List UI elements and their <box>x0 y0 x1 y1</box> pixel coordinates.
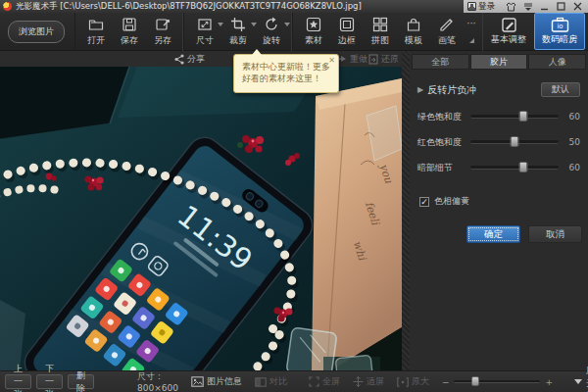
tab-film[interactable]: 胶片 <box>470 54 528 70</box>
save-floppy-icon <box>122 17 137 33</box>
login-label: 登录 <box>478 1 495 13</box>
basic-adjust-icon <box>501 16 517 33</box>
more-tools-button[interactable]: ··· <box>464 16 479 43</box>
tab-portrait[interactable]: 人像 <box>528 54 586 70</box>
canvas-toolbar: 分享 重做 还原 <box>0 51 402 67</box>
hue-yellow-checkbox-row: ✓ 色相偏黄 <box>419 195 580 208</box>
material-update-tooltip: ✕ 素材中心更新啦！更多 好看的素材来这里！ <box>233 54 339 93</box>
slider-thumb[interactable] <box>519 111 528 122</box>
zoom-slider[interactable] <box>454 380 540 383</box>
rotate-dropdown-caret[interactable] <box>284 23 290 26</box>
maximize-button[interactable] <box>553 1 569 12</box>
image-size-text: 尺寸：800×600 <box>137 370 178 392</box>
checkbox-label: 色相偏黄 <box>434 195 469 208</box>
collage-icon <box>372 17 388 33</box>
default-button[interactable]: 默认 <box>541 82 580 97</box>
resize-button[interactable]: 尺寸 <box>188 16 221 47</box>
red-saturation-slider[interactable] <box>470 140 559 144</box>
tab-all[interactable]: 全部 <box>412 54 469 70</box>
slider-label: 绿色饱和度 <box>417 111 465 123</box>
prev-image-button[interactable]: 上一张 <box>5 374 31 389</box>
effect-section-header: ▶ 反转片负冲 默认 <box>417 82 580 97</box>
green-saturation-slider[interactable] <box>470 115 559 119</box>
redo-button[interactable]: 重做 <box>335 53 368 66</box>
slider-value: 60 <box>564 112 580 122</box>
restore-button[interactable]: 还原 <box>368 53 399 66</box>
tooltip-arrow <box>252 49 262 55</box>
titlebar-right: 登录 <box>464 0 588 13</box>
next-image-button[interactable]: 下一张 <box>36 374 63 389</box>
login-button[interactable]: 登录 <box>467 1 495 13</box>
brush-button[interactable]: 画笔 <box>430 16 464 47</box>
avatar-icon <box>467 2 476 11</box>
expand-button[interactable]: 展开(1) <box>574 365 588 392</box>
save-as-icon <box>155 17 171 33</box>
collage-button[interactable]: 拼图 <box>364 16 397 47</box>
main-menu-icon[interactable] <box>519 1 536 12</box>
cancel-button[interactable]: 取消 <box>528 225 582 243</box>
save-as-button[interactable]: 另存 <box>146 16 179 47</box>
browse-images-button[interactable]: 浏览图片 <box>8 21 65 43</box>
slider-row-red: 红色饱和度 50 <box>417 136 580 148</box>
share-icon <box>174 54 184 65</box>
frame-button[interactable]: 边框 <box>330 16 364 47</box>
hue-yellow-checkbox[interactable]: ✓ <box>419 197 429 207</box>
fullscreen-button[interactable]: 全屏 <box>309 375 340 388</box>
close-button[interactable] <box>569 1 586 12</box>
shadow-detail-slider[interactable] <box>470 166 559 170</box>
panel-buttons: 确定 取消 <box>410 225 582 243</box>
rotate-button[interactable]: 旋转 <box>255 16 288 47</box>
fullscreen-icon <box>309 376 319 387</box>
skin-icon[interactable] <box>503 1 519 12</box>
tooltip-line1: 素材中心更新啦！更多 <box>242 61 330 73</box>
more-corner-icon <box>469 38 474 43</box>
actual-size-button[interactable]: 原大 <box>397 375 429 388</box>
slider-value: 50 <box>564 137 580 147</box>
zoom-in-button[interactable]: + <box>545 377 553 387</box>
tooltip-line2: 好看的素材来这里！ <box>242 73 330 84</box>
share-button[interactable]: 分享 <box>174 53 205 66</box>
slider-label: 暗部细节 <box>417 162 465 174</box>
image-size-value: 800×600 <box>137 383 178 392</box>
decorate-group: 素材 边框 拼图 模板 画笔 ··· <box>292 13 483 51</box>
open-button[interactable]: 打开 <box>79 16 113 47</box>
slider-thumb[interactable] <box>519 162 528 172</box>
fit-screen-button[interactable]: 适屏 <box>353 375 384 388</box>
tooltip-close-icon[interactable]: ✕ <box>328 56 335 65</box>
crop-button[interactable]: 裁剪 <box>221 16 255 47</box>
slider-thumb[interactable] <box>511 136 519 147</box>
darkroom-camera-icon: io <box>551 16 569 33</box>
ice-cube <box>286 327 337 370</box>
minimize-button[interactable] <box>536 1 553 12</box>
rotate-icon <box>264 17 279 33</box>
template-bag-icon <box>406 17 421 33</box>
effects-tabs: 全部 胶片 人像 <box>410 51 588 70</box>
delete-button[interactable]: 删除 <box>68 374 94 389</box>
compare-button[interactable]: 对比 <box>255 375 287 388</box>
panel-divider <box>402 51 410 370</box>
image-info-icon <box>191 376 204 387</box>
photo-image: you feeli whi 11:39 <box>0 67 402 370</box>
tab-digital-darkroom[interactable]: io 数码暗房 <box>534 13 585 50</box>
save-button[interactable]: 保存 <box>113 16 146 47</box>
svg-text:io: io <box>557 23 563 30</box>
open-folder-icon <box>88 17 104 33</box>
effect-title: 反转片负冲 <box>427 83 476 97</box>
photo-canvas: you feeli whi 11:39 <box>0 67 402 370</box>
fit-screen-icon <box>353 376 364 387</box>
zoom-out-button[interactable]: − <box>442 377 450 387</box>
ok-button[interactable]: 确定 <box>466 225 520 243</box>
section-arrow-icon: ▶ <box>417 85 423 94</box>
material-button[interactable]: 素材 <box>297 16 330 47</box>
tab-basic-adjust[interactable]: 基本调整 <box>483 13 534 50</box>
zoom-slider-thumb[interactable] <box>471 376 479 386</box>
template-button[interactable]: 模板 <box>397 16 430 47</box>
file-group: 打开 保存 另存 <box>74 13 183 51</box>
crop-icon <box>230 17 246 33</box>
main-toolbar: 浏览图片 打开 保存 另存 尺寸 裁剪 <box>0 13 588 51</box>
app-logo-icon <box>3 2 12 11</box>
image-info-button[interactable]: 图片信息 <box>191 375 242 388</box>
slider-value: 60 <box>564 163 580 172</box>
title-bar: 光影魔术手 [C:\Users\DELL-6\Desktop\8TF7BQ62J… <box>0 0 588 13</box>
frame-icon <box>339 17 355 33</box>
